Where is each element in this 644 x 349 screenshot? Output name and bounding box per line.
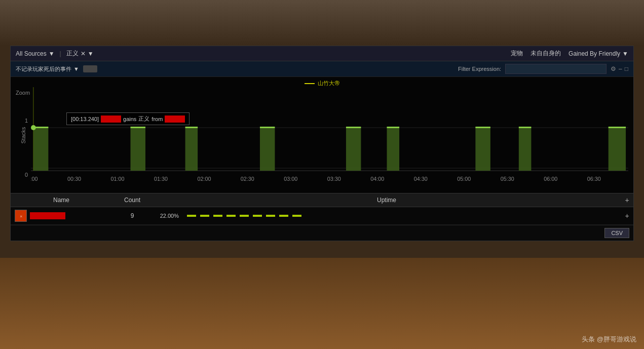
buff-close-icon[interactable]: ✕ xyxy=(81,50,86,57)
pet-btn[interactable]: 宠物 xyxy=(511,49,523,58)
filter-right: Filter Expression: ⚙ – □ xyxy=(458,64,628,74)
row-uptime-percent: 22.00% xyxy=(153,213,183,219)
gained-arrow: ▼ xyxy=(622,50,628,57)
svg-rect-29 xyxy=(387,127,399,128)
avatar: ⚔ xyxy=(15,210,27,222)
svg-text:04:00: 04:00 xyxy=(370,176,384,182)
separator-1: | xyxy=(60,50,61,57)
minimize-icon[interactable]: – xyxy=(619,65,622,72)
watermark: 头条 @胖哥游戏说 xyxy=(582,335,636,344)
svg-rect-18 xyxy=(33,128,48,171)
self-label: 未自自身的 xyxy=(531,49,561,58)
col-name-header: Name xyxy=(11,196,112,205)
row-uptime-bars xyxy=(183,215,621,217)
buff-dropdown-arrow: ▼ xyxy=(88,50,94,57)
gained-label: Gained By Friendly xyxy=(569,50,620,57)
avatar-icon: ⚔ xyxy=(20,214,22,218)
col-count-header: Count xyxy=(112,197,153,204)
event-filter-dropdown[interactable]: 不记录玩家死后的事件 ▼ xyxy=(16,65,79,73)
tooltip-source-name xyxy=(165,115,185,123)
svg-text:04:30: 04:30 xyxy=(414,176,428,182)
svg-text:03:30: 03:30 xyxy=(327,176,341,182)
all-sources-label: All Sources xyxy=(16,50,47,57)
svg-rect-22 xyxy=(185,128,198,171)
all-sources-dropdown[interactable]: All Sources ▼ xyxy=(16,50,55,57)
toolbar-left: All Sources ▼ | 正义 ✕ ▼ xyxy=(16,49,506,58)
event-filter-arrow: ▼ xyxy=(73,66,79,72)
svg-rect-31 xyxy=(475,127,490,128)
table-header: Name Count Uptime + xyxy=(11,193,633,207)
game-bg-bottom xyxy=(0,258,644,349)
svg-rect-24 xyxy=(260,128,275,171)
col-plus-header[interactable]: + xyxy=(621,196,633,204)
filter-expression-label: Filter Expression: xyxy=(458,66,501,72)
chart-legend: 山竹大帝 xyxy=(305,80,340,87)
legend-label: 山竹大帝 xyxy=(318,80,340,87)
uptime-bar-2 xyxy=(200,215,209,217)
filter-bar: 不记录玩家死后的事件 ▼ Filter Expression: ⚙ – □ xyxy=(11,61,633,77)
svg-text:06:00: 06:00 xyxy=(544,176,557,182)
uptime-bar-6 xyxy=(253,215,262,217)
svg-text:01:30: 01:30 xyxy=(154,176,168,182)
buff-name-btn[interactable]: 正义 ✕ ▼ xyxy=(66,49,94,58)
maximize-icon[interactable]: □ xyxy=(625,65,628,72)
tooltip-from: from xyxy=(151,116,163,122)
table-row: ⚔ 9 22.00% + xyxy=(11,207,633,225)
uptime-bar-4 xyxy=(226,215,236,217)
svg-text:06:30: 06:30 xyxy=(587,176,601,182)
svg-rect-25 xyxy=(260,127,275,128)
csv-bar: CSV xyxy=(11,225,633,241)
legend-line xyxy=(305,83,315,84)
uptime-bar-5 xyxy=(240,215,249,217)
svg-rect-28 xyxy=(387,128,399,171)
pet-label: 宠物 xyxy=(511,49,523,58)
chart-svg: 00:00 00:30 01:00 01:30 02:00 02:30 03:0… xyxy=(31,87,628,193)
col-uptime-header: Uptime xyxy=(153,197,621,204)
svg-rect-33 xyxy=(519,127,532,128)
tooltip-time: [00:13.240] xyxy=(71,116,99,122)
uptime-bar-9 xyxy=(292,215,301,217)
all-sources-arrow: ▼ xyxy=(49,50,55,57)
event-filter-label: 不记录玩家死后的事件 xyxy=(16,65,71,73)
chart-tooltip: [00:13.240] gains 正义 from xyxy=(66,112,190,125)
tooltip-player-name xyxy=(101,115,121,123)
y-value-0: 0 xyxy=(25,172,28,178)
filter-expression-input[interactable] xyxy=(505,64,607,74)
svg-text:02:30: 02:30 xyxy=(241,176,254,182)
main-panel: All Sources ▼ | 正义 ✕ ▼ 宠物 未自自身的 Gained B… xyxy=(10,46,634,241)
row-name-cell: ⚔ xyxy=(11,210,112,222)
svg-text:05:00: 05:00 xyxy=(457,176,471,182)
tooltip-buff: 正义 xyxy=(138,115,149,123)
row-expand-btn[interactable]: + xyxy=(621,212,633,220)
svg-rect-20 xyxy=(131,128,145,171)
filter-left: 不记录玩家死后的事件 ▼ xyxy=(16,65,453,73)
svg-rect-30 xyxy=(475,128,490,171)
game-bg-top xyxy=(0,0,644,46)
gained-btn[interactable]: Gained By Friendly ▼ xyxy=(569,50,628,57)
tooltip-gains: gains xyxy=(123,116,136,122)
svg-text:05:30: 05:30 xyxy=(501,176,514,182)
data-table: Name Count Uptime + ⚔ 9 22.00% xyxy=(11,193,633,241)
filter-toggle[interactable] xyxy=(83,65,97,72)
svg-point-36 xyxy=(31,125,36,130)
row-count: 9 xyxy=(112,212,153,219)
toolbar: All Sources ▼ | 正义 ✕ ▼ 宠物 未自自身的 Gained B… xyxy=(11,46,633,61)
uptime-bar-1 xyxy=(187,215,196,217)
svg-text:03:00: 03:00 xyxy=(284,176,297,182)
svg-rect-23 xyxy=(185,127,198,128)
csv-button[interactable]: CSV xyxy=(604,228,629,238)
uptime-bar-3 xyxy=(213,215,222,217)
chart-area: 山竹大帝 Zoom Stacks 1 0 00:00 00:30 01:00 0… xyxy=(11,77,633,193)
svg-rect-26 xyxy=(346,128,361,171)
uptime-bar-7 xyxy=(266,215,275,217)
svg-rect-21 xyxy=(131,127,145,128)
svg-text:00:30: 00:30 xyxy=(67,176,81,182)
svg-rect-32 xyxy=(519,128,532,171)
svg-rect-34 xyxy=(609,128,626,171)
zoom-label: Zoom xyxy=(16,90,30,96)
svg-text:00:00: 00:00 xyxy=(31,176,38,182)
gear-icon[interactable]: ⚙ xyxy=(611,65,616,72)
self-btn[interactable]: 未自自身的 xyxy=(531,49,561,58)
svg-rect-35 xyxy=(609,127,626,128)
y-value-1: 1 xyxy=(25,118,28,124)
